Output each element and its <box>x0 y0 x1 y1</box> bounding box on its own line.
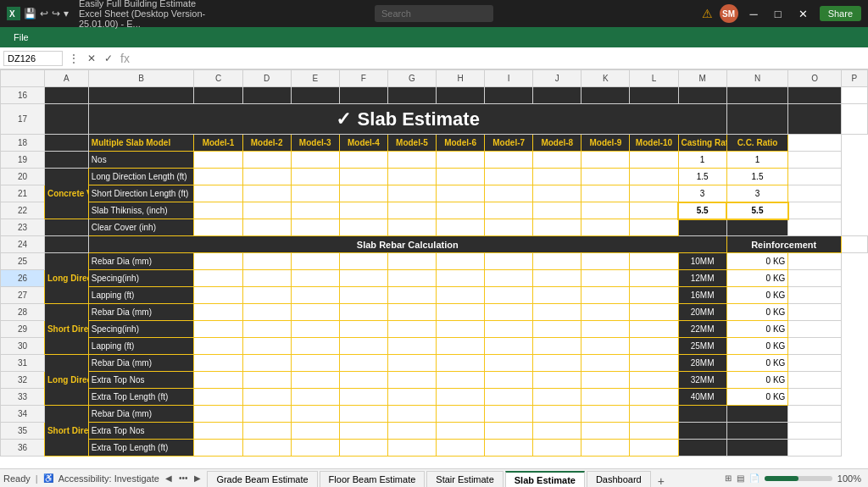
row-33-m5[interactable] <box>387 389 436 406</box>
row-28-m4[interactable] <box>339 304 387 321</box>
row-22-m9[interactable] <box>581 202 630 219</box>
row-19-m3[interactable] <box>291 152 339 169</box>
row-29-m2[interactable] <box>242 321 291 338</box>
tab-floor-beam[interactable]: Floor Beam Estimate <box>320 471 426 488</box>
next-sheet-button[interactable]: ▶ <box>192 473 203 483</box>
row-27-m4[interactable] <box>339 287 387 304</box>
minimize-button[interactable]: ─ <box>745 8 763 20</box>
row-33-m8[interactable] <box>533 389 581 406</box>
row-29-m5[interactable] <box>387 321 436 338</box>
row-22-m1[interactable] <box>194 202 242 219</box>
row-30-m9[interactable] <box>581 338 630 355</box>
row-27-m7[interactable] <box>485 287 533 304</box>
row-27-m10[interactable] <box>630 287 678 304</box>
save-button[interactable]: 💾 <box>24 8 36 19</box>
row-20-m8[interactable] <box>533 169 581 185</box>
row-35-m8[interactable] <box>533 423 581 440</box>
row-36-m5[interactable] <box>387 440 436 457</box>
tab-grade-beam[interactable]: Grade Beam Estimate <box>207 471 317 488</box>
row-21-m8[interactable] <box>533 185 581 202</box>
row-21-m6[interactable] <box>437 185 485 202</box>
row-34-m2[interactable] <box>242 406 291 423</box>
view-normal-button[interactable]: ▤ <box>737 473 744 483</box>
row-21-m2[interactable] <box>242 185 291 202</box>
row-36-m8[interactable] <box>533 440 581 457</box>
row-20-casting[interactable]: 1.5 <box>678 169 726 185</box>
row-26-m2[interactable] <box>242 270 291 287</box>
row-32-m6[interactable] <box>437 372 485 389</box>
row-30-m10[interactable] <box>630 338 678 355</box>
row-30-m7[interactable] <box>485 338 533 355</box>
row-22-m7[interactable] <box>485 202 533 219</box>
row-31-m5[interactable] <box>387 355 436 372</box>
row-31-m10[interactable] <box>630 355 678 372</box>
row-28-m3[interactable] <box>291 304 339 321</box>
row-21-m1[interactable] <box>194 185 242 202</box>
row-27-m2[interactable] <box>242 287 291 304</box>
row-19-m6[interactable] <box>437 152 485 169</box>
row-34-m4[interactable] <box>339 406 387 423</box>
row-36-m2[interactable] <box>242 440 291 457</box>
row-33-m3[interactable] <box>291 389 339 406</box>
row-34-m5[interactable] <box>387 406 436 423</box>
row-31-m6[interactable] <box>437 355 485 372</box>
row-20-m6[interactable] <box>437 169 485 185</box>
formula-input[interactable] <box>135 52 865 65</box>
undo-button[interactable]: ↩ <box>40 8 48 19</box>
row-23-m3[interactable] <box>291 219 339 236</box>
row-20-m5[interactable] <box>387 169 436 185</box>
row-19-cc[interactable]: 1 <box>726 152 788 169</box>
row-22-m8[interactable] <box>533 202 581 219</box>
row-27-m3[interactable] <box>291 287 339 304</box>
row-19-m2[interactable] <box>242 152 291 169</box>
row-19-m1[interactable] <box>194 152 242 169</box>
row-22-m5[interactable] <box>387 202 436 219</box>
expand-formula-button[interactable]: ⋮ <box>66 53 81 64</box>
view-page-button[interactable]: 📄 <box>749 473 760 483</box>
tab-slab-estimate[interactable]: Slab Estimate <box>505 471 585 488</box>
row-35-m6[interactable] <box>437 423 485 440</box>
row-29-m6[interactable] <box>437 321 485 338</box>
row-34-m8[interactable] <box>533 406 581 423</box>
row-27-m6[interactable] <box>437 287 485 304</box>
row-36-m7[interactable] <box>485 440 533 457</box>
row-35-m4[interactable] <box>339 423 387 440</box>
row-20-cc[interactable]: 1.5 <box>726 169 788 185</box>
row-22-m3[interactable] <box>291 202 339 219</box>
row-23-m8[interactable] <box>533 219 581 236</box>
row-20-m7[interactable] <box>485 169 533 185</box>
row-34-m7[interactable] <box>485 406 533 423</box>
view-layout-button[interactable]: ⊞ <box>725 473 732 483</box>
add-sheet-button[interactable]: + <box>653 474 670 488</box>
row-29-m4[interactable] <box>339 321 387 338</box>
row-34-m6[interactable] <box>437 406 485 423</box>
row-35-m2[interactable] <box>242 423 291 440</box>
row-28-m6[interactable] <box>437 304 485 321</box>
row-26-m3[interactable] <box>291 270 339 287</box>
row-35-m10[interactable] <box>630 423 678 440</box>
row-30-m8[interactable] <box>533 338 581 355</box>
prev-sheet-button[interactable]: ◀ <box>163 473 175 483</box>
row-36-m1[interactable] <box>194 440 242 457</box>
row-28-m2[interactable] <box>242 304 291 321</box>
row-25-m3[interactable] <box>291 253 339 270</box>
menu-file[interactable]: File <box>7 30 36 44</box>
row-34-m9[interactable] <box>581 406 630 423</box>
row-30-m2[interactable] <box>242 338 291 355</box>
row-26-m5[interactable] <box>387 270 436 287</box>
row-33-m2[interactable] <box>242 389 291 406</box>
row-22-m4[interactable] <box>339 202 387 219</box>
row-31-m7[interactable] <box>485 355 533 372</box>
row-31-m2[interactable] <box>242 355 291 372</box>
row-29-m9[interactable] <box>581 321 630 338</box>
row-33-m7[interactable] <box>485 389 533 406</box>
row-19-m4[interactable] <box>339 152 387 169</box>
row-20-m4[interactable] <box>339 169 387 185</box>
row-26-m9[interactable] <box>581 270 630 287</box>
row-20-m10[interactable] <box>630 169 678 185</box>
cell-reference[interactable] <box>3 51 63 66</box>
row-19-m5[interactable] <box>387 152 436 169</box>
row-22-m2[interactable] <box>242 202 291 219</box>
row-36-m4[interactable] <box>339 440 387 457</box>
row-28-m8[interactable] <box>533 304 581 321</box>
